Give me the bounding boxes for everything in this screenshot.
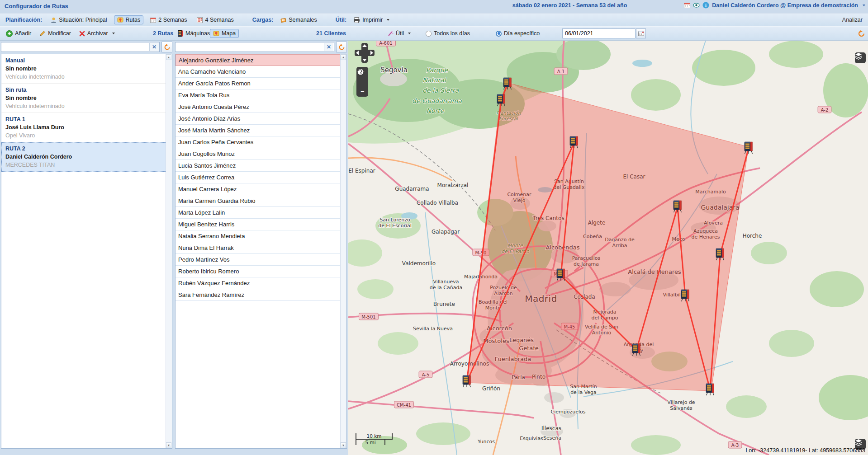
eye-icon[interactable] (693, 2, 700, 8)
planificacion-label: Planificación: (5, 17, 42, 23)
scroll-up-icon[interactable]: ▲ (166, 54, 171, 60)
client-row[interactable]: Pedro Martinez Vos (175, 254, 346, 266)
client-row[interactable]: Eva María Tola Rus (175, 89, 346, 101)
svg-text:Brunete: Brunete (433, 301, 455, 307)
client-row[interactable]: José Antonio Cuesta Pérez (175, 101, 346, 113)
svg-text:Horche: Horche (743, 233, 762, 239)
routes-search: ✕ (1, 42, 160, 52)
clients-list: Alejandro González JiménezAna Camacho Va… (175, 54, 347, 449)
util-caret-icon (408, 33, 411, 34)
info-icon[interactable]: i (702, 2, 709, 9)
client-row[interactable]: Alejandro González Jiménez (175, 54, 346, 66)
client-row[interactable]: Roberto Ibiricu Romero (175, 266, 346, 277)
routes-count: 2 Rutas (153, 27, 173, 40)
todos-los-dias-label: Todos los días (434, 30, 470, 37)
route-item[interactable]: RUTA 1José Luis Llama DuroOpel Vivaro (1, 113, 172, 142)
svg-text:de Guadarrama: de Guadarrama (412, 97, 462, 104)
client-row[interactable]: Luis Gutiérrez Correa (175, 172, 346, 183)
clients-refresh-button[interactable] (336, 42, 347, 52)
dia-especifico-radio[interactable] (496, 31, 502, 37)
svg-text:Sevilla la Nueva: Sevilla la Nueva (413, 326, 453, 332)
refresh-icon[interactable] (858, 30, 865, 38)
calendar2-icon (150, 17, 156, 23)
client-row[interactable]: Juan Cogollos Muñoz (175, 148, 346, 160)
map-pan-control[interactable] (355, 43, 375, 63)
cuatro-semanas-button[interactable]: 4 Semanas (194, 15, 237, 24)
map-pin-icon (117, 17, 123, 23)
route-item[interactable]: ManualSin nombreVehículo indeterminado (1, 54, 172, 84)
scroll-down-icon[interactable]: ▼ (166, 442, 171, 448)
client-row[interactable]: José Antonio Díaz Arias (175, 113, 346, 125)
archivar-caret-icon (112, 33, 115, 34)
client-row[interactable]: Miguel Benítez Harris (175, 219, 346, 230)
todos-los-dias-radio[interactable] (426, 31, 432, 37)
svg-text:Villarejo de: Villarejo de (667, 399, 695, 405)
svg-text:Salvanés: Salvanés (670, 405, 693, 411)
route-item[interactable]: Sin rutaSin nombreVehículo indeterminado (1, 84, 172, 113)
routes-search-input[interactable] (1, 42, 149, 52)
archivar-button[interactable]: Archivar (76, 29, 118, 38)
date-input[interactable] (562, 28, 636, 38)
client-row[interactable]: Marta López Lalin (175, 207, 346, 219)
window-header: Configurador de Rutas sábado 02 enero 20… (0, 0, 868, 14)
client-row[interactable]: Sara Fernández Ramírez (175, 289, 346, 301)
client-row[interactable]: Manuel Carrera López (175, 183, 346, 195)
client-row[interactable]: Rubén Vázquez Fernández (175, 277, 346, 289)
date-picker-button[interactable] (636, 28, 646, 38)
calendar-icon[interactable] (684, 2, 690, 8)
map-zoom-control[interactable]: + − (356, 67, 368, 97)
client-row[interactable]: María Carmen Guardia Rubio (175, 195, 346, 207)
client-row[interactable]: Lucia Santos Jiménez (175, 160, 346, 172)
client-row[interactable]: Juan Carlos Peña Cervantes (175, 136, 346, 148)
svg-text:Seseña: Seseña (543, 435, 561, 441)
imprimir-button[interactable]: Imprimir (350, 15, 393, 24)
map-canvas[interactable]: A-601AP-61A-1A-2M-501M-50M-11M-45A-5CM-4… (348, 41, 868, 455)
person-icon (51, 17, 57, 23)
routes-refresh-button[interactable] (161, 42, 172, 52)
svg-text:CM-41: CM-41 (397, 403, 411, 408)
rutas-tab[interactable]: Rutas (114, 15, 144, 24)
user-menu[interactable]: Daniel Calderón Cordero @ Empresa de dem… (712, 2, 858, 9)
zoom-out-button[interactable]: − (356, 87, 368, 96)
svg-text:A-601: A-601 (379, 41, 392, 46)
cargas-label: Cargas: (252, 17, 274, 23)
semanales-button[interactable]: Semanales (277, 15, 320, 24)
analizar-button[interactable]: Analizar (842, 17, 863, 23)
client-row[interactable]: Natalia Serrano Mendieta (175, 230, 346, 242)
svg-text:i: i (705, 3, 707, 8)
pan-up-icon (362, 44, 367, 47)
map-layers-button-top[interactable] (855, 52, 866, 63)
actions-toolbar: Añadir Modificar Archivar 2 Rutas Máquin… (0, 26, 868, 41)
mapa-tab[interactable]: Mapa (210, 29, 239, 38)
client-row[interactable]: Ander García Patos Remon (175, 78, 346, 89)
routes-scrollbar[interactable]: ▲ ▼ (166, 54, 172, 448)
anadir-button[interactable]: Añadir (3, 29, 34, 38)
modificar-button[interactable]: Modificar (36, 29, 74, 38)
crate-icon (280, 17, 286, 23)
maquinas-button[interactable]: Máquinas (175, 29, 213, 38)
dos-semanas-button[interactable]: 2 Semanas (147, 15, 190, 24)
clients-scrollbar[interactable]: ▲ ▼ (340, 54, 346, 448)
scroll-up-icon[interactable]: ▲ (341, 54, 346, 60)
client-row[interactable]: Ana Camacho Valenciano (175, 66, 346, 78)
util-menu-button[interactable]: Útil (384, 29, 414, 38)
svg-text:Collado Villalba: Collado Villalba (417, 200, 458, 206)
globe-icon[interactable] (356, 76, 368, 87)
client-row[interactable]: Nuria Dima El Harrak (175, 242, 346, 254)
printer-icon (353, 17, 360, 23)
vending-machine-marker (463, 375, 471, 387)
svg-text:Valdemorillo: Valdemorillo (402, 260, 436, 267)
scroll-down-icon[interactable]: ▼ (341, 442, 346, 448)
clients-search-input[interactable] (175, 42, 324, 52)
user-menu-caret-icon[interactable] (863, 5, 865, 6)
route-item[interactable]: RUTA 2Daniel Calderón CorderoMERCEDES TI… (1, 142, 172, 172)
svg-text:Ciempozuelos: Ciempozuelos (551, 409, 586, 415)
client-row[interactable]: José María Martin Sánchez (175, 125, 346, 136)
svg-text:Griñón: Griñón (482, 385, 500, 392)
svg-text:Parque: Parque (426, 66, 449, 74)
map-coordinates: Lon: -324739.41181919- Lat: 4959683.5706… (745, 447, 865, 454)
clear-search-icon[interactable]: ✕ (324, 43, 333, 51)
util-label: Útil: (336, 17, 346, 23)
situacion-button[interactable]: Situación: Principal (47, 15, 110, 24)
clear-search-icon[interactable]: ✕ (149, 43, 159, 51)
